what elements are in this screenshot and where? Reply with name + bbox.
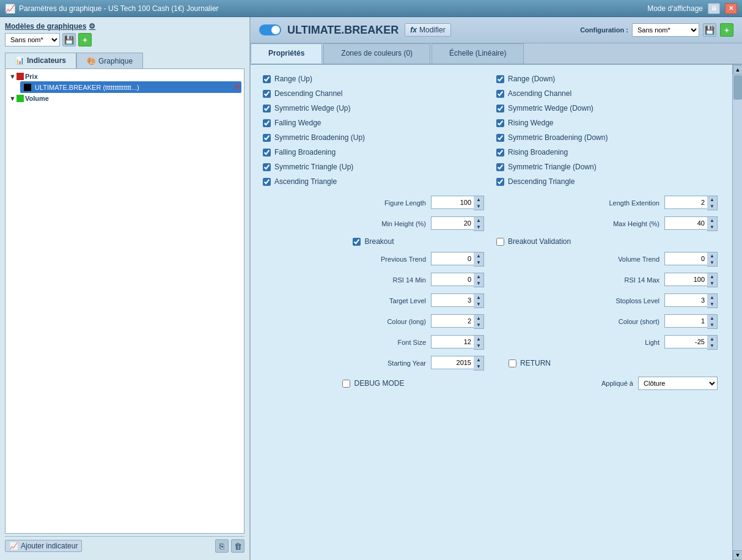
right-panel: ULTIMATE.BREAKER fx Modifier Configurati… [251, 17, 742, 560]
previous-trend-down[interactable]: ▼ [474, 259, 483, 266]
rsi14-max-input[interactable]: 100 [664, 273, 707, 286]
models-add-button[interactable]: + [78, 33, 92, 46]
config-save-button[interactable]: 💾 [703, 23, 716, 37]
volume-trend-up[interactable]: ▲ [707, 252, 717, 259]
cb-falling-broadening[interactable] [263, 149, 271, 157]
volume-trend-input[interactable]: 0 [664, 252, 707, 265]
prix-label: Prix [25, 73, 38, 80]
max-height-down[interactable]: ▼ [707, 224, 717, 230]
cb-rising-wedge[interactable] [496, 119, 504, 127]
modifier-button[interactable]: fx Modifier [405, 23, 450, 37]
cb-range-up[interactable] [263, 75, 271, 83]
applied-select[interactable]: Clôture [638, 377, 718, 390]
light-up[interactable]: ▲ [707, 336, 717, 342]
figure-length-up[interactable]: ▲ [474, 196, 483, 203]
tab-graphique[interactable]: 🎨 Graphique [76, 53, 143, 68]
max-height-input[interactable]: 40 [664, 216, 707, 230]
max-height-up[interactable]: ▲ [707, 217, 717, 224]
delete-indicator-button[interactable]: 🗑 [231, 539, 244, 553]
close-button[interactable]: ✕ [725, 3, 737, 14]
colour-long-up[interactable]: ▲ [474, 315, 483, 322]
length-extention-down[interactable]: ▼ [707, 203, 717, 210]
starting-year-input[interactable]: 2015 [431, 356, 474, 369]
expand-icon: ▼ [9, 73, 15, 80]
cb-descending-channel[interactable] [263, 90, 271, 98]
min-height-input[interactable]: 20 [431, 216, 474, 230]
cb-falling-wedge[interactable] [263, 119, 271, 127]
previous-trend-input[interactable]: 0 [431, 252, 474, 265]
scroll-down-button[interactable]: ▼ [733, 550, 742, 560]
colour-short-label: Colour (short) [619, 318, 659, 325]
cb-descending-triangle[interactable] [496, 178, 504, 186]
stoploss-level-input[interactable]: 3 [664, 293, 707, 307]
rsi14-min-input[interactable]: 0 [431, 273, 474, 286]
cb-sym-wedge-up[interactable] [263, 105, 271, 112]
colour-short-up[interactable]: ▲ [707, 315, 717, 322]
rsi14-max-down[interactable]: ▼ [707, 280, 717, 287]
cb-breakout-validation[interactable] [496, 238, 504, 246]
config-add-button[interactable]: + [720, 23, 733, 37]
font-size-up[interactable]: ▲ [474, 336, 483, 342]
cb-breakout[interactable] [353, 238, 361, 246]
rsi14-min-up[interactable]: ▲ [474, 273, 483, 280]
cb-debug-mode[interactable] [342, 380, 350, 388]
light-input[interactable]: -25 [664, 335, 707, 348]
figure-length-input[interactable]: 100 [431, 196, 474, 209]
cb-sym-broadening-up[interactable] [263, 134, 271, 142]
copy-indicator-button[interactable]: ⎘ [215, 539, 229, 553]
cb-range-down[interactable] [496, 75, 504, 83]
colour-short-input[interactable]: 1 [664, 314, 707, 328]
target-level-up[interactable]: ▲ [474, 294, 483, 301]
tab-proprietes[interactable]: Propriétés [251, 43, 322, 64]
cb-ascending-channel[interactable] [496, 90, 504, 98]
cb-sym-broadening-down[interactable] [496, 134, 504, 142]
stoploss-level-label: Stoploss Level [615, 297, 659, 304]
indicator-toggle[interactable] [259, 24, 281, 35]
cb-rising-broadening[interactable] [496, 149, 504, 157]
rsi14-max-up[interactable]: ▲ [707, 273, 717, 280]
tree-item-ultimate-breaker[interactable]: ULTIMATE.BREAKER (tttttttttttttt...) ✕ [20, 81, 241, 93]
length-extention-input[interactable]: 2 [664, 196, 707, 209]
models-settings-icon[interactable]: ⚙ [89, 22, 95, 31]
checkbox-rising-wedge: Rising Wedge [496, 119, 718, 127]
previous-trend-up[interactable]: ▲ [474, 252, 483, 259]
tree-item-prix[interactable]: ▼ Prix [8, 72, 241, 81]
checkbox-descending-triangle: Descending Triangle [496, 177, 718, 186]
stoploss-level-down[interactable]: ▼ [707, 301, 717, 308]
light-down[interactable]: ▼ [707, 342, 717, 349]
rsi14-min-down[interactable]: ▼ [474, 280, 483, 287]
tab-echelle[interactable]: Échelle (Linéaire) [432, 43, 524, 64]
config-select[interactable]: Sans nom* [632, 23, 699, 37]
remove-indicator-button[interactable]: ✕ [233, 83, 240, 92]
monitor-button[interactable]: 🖥 [708, 3, 720, 14]
cb-sym-wedge-down[interactable] [496, 105, 504, 112]
cb-sym-triangle-up[interactable] [263, 163, 271, 171]
scroll-thumb[interactable] [733, 75, 742, 100]
add-indicator-button[interactable]: 📈 Ajouter indicateur [5, 540, 82, 552]
figure-length-down[interactable]: ▼ [474, 203, 483, 210]
font-size-down[interactable]: ▼ [474, 342, 483, 349]
font-size-input[interactable]: 12 [431, 335, 474, 348]
starting-year-down[interactable]: ▼ [474, 363, 483, 370]
colour-short-down[interactable]: ▼ [707, 322, 717, 328]
indicator-title: ULTIMATE.BREAKER [287, 24, 399, 37]
length-extention-up[interactable]: ▲ [707, 196, 717, 203]
colour-long-down[interactable]: ▼ [474, 322, 483, 328]
min-height-up[interactable]: ▲ [474, 217, 483, 224]
models-save-button[interactable]: 💾 [62, 33, 76, 46]
tree-item-volume[interactable]: ▼ Volume [8, 93, 241, 104]
min-height-down[interactable]: ▼ [474, 224, 483, 230]
cb-sym-triangle-down[interactable] [496, 163, 504, 171]
colour-long-input[interactable]: 2 [431, 314, 474, 328]
target-level-down[interactable]: ▼ [474, 301, 483, 308]
target-level-input[interactable]: 3 [431, 293, 474, 307]
cb-ascending-triangle[interactable] [263, 178, 271, 186]
stoploss-level-up[interactable]: ▲ [707, 294, 717, 301]
cb-return[interactable] [509, 359, 516, 367]
tab-zones[interactable]: Zones de couleurs (0) [323, 43, 430, 64]
starting-year-up[interactable]: ▲ [474, 356, 483, 363]
models-select[interactable]: Sans nom* [5, 33, 60, 46]
volume-trend-down[interactable]: ▼ [707, 259, 717, 266]
tab-indicateurs[interactable]: 📊 Indicateurs [5, 53, 76, 68]
scroll-up-button[interactable]: ▲ [733, 65, 742, 75]
